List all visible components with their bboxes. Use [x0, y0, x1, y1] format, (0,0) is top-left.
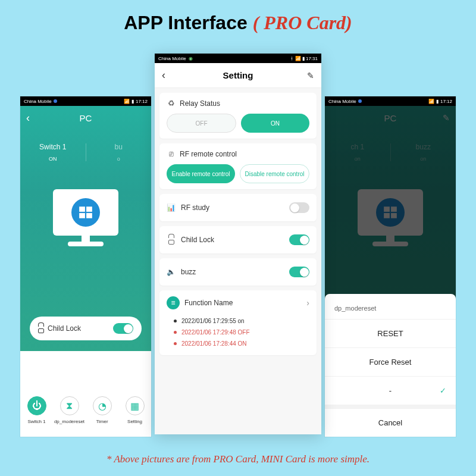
- switch-2-tile[interactable]: bu o: [86, 143, 152, 162]
- log-text: 2022/01/06 17:29:55 on: [181, 318, 245, 324]
- switch-1-label: Switch 1: [20, 143, 86, 151]
- sheet-option-label: -: [389, 386, 392, 395]
- signal-icon: 📶: [428, 99, 434, 104]
- clock-icon: ◔: [93, 396, 112, 415]
- svg-rect-7: [391, 213, 397, 218]
- log-entry: 2022/01/06 17:28:44 ON: [167, 338, 309, 349]
- switch-1-tile[interactable]: Switch 1 ON: [20, 143, 86, 162]
- monitor-illustration: [20, 189, 151, 246]
- svg-rect-2: [79, 213, 85, 218]
- carrier-label: China Mobile: [24, 99, 52, 104]
- chevron-right-icon: ›: [306, 298, 309, 308]
- buzz-toggle[interactable]: [289, 267, 309, 277]
- switch-2-label: bu: [86, 143, 152, 151]
- title-sub: ( PRO Card): [253, 12, 352, 33]
- bottom-label: Setting: [118, 419, 151, 424]
- bottom-label: dp_modereset: [53, 419, 86, 424]
- remote-icon: ⎚: [167, 149, 176, 158]
- sheet-option-reset[interactable]: RESET: [325, 319, 456, 347]
- clock-label: 17:31: [306, 56, 318, 61]
- back-button[interactable]: ‹: [162, 69, 165, 82]
- windows-icon: [376, 198, 405, 227]
- page-title: APP Interface ( PRO Card): [0, 12, 476, 34]
- edit-button[interactable]: ✎: [307, 71, 314, 80]
- function-name-row[interactable]: ≡ Function Name ›: [167, 296, 309, 309]
- windows-icon: [71, 198, 100, 227]
- svg-rect-3: [86, 213, 92, 218]
- svg-rect-1: [86, 206, 92, 212]
- log-text: 2022/01/06 17:28:44 ON: [181, 340, 247, 347]
- log-dot-icon: [174, 331, 177, 334]
- buzz-label: buzz: [181, 268, 289, 276]
- switch-2-value: o: [117, 156, 120, 162]
- battery-icon: ▮: [436, 99, 439, 104]
- bottom-switch1[interactable]: ⏻ Switch 1: [20, 396, 53, 437]
- whatsapp-icon: ◉: [189, 56, 193, 61]
- sheet-option-dash[interactable]: - ✓: [325, 376, 456, 405]
- carrier-label: China Mobile: [158, 56, 186, 61]
- log-entry: 2022/01/06 17:29:48 OFF: [167, 327, 309, 338]
- screen-title: Setting: [223, 70, 253, 80]
- svg-rect-5: [391, 206, 397, 212]
- sheet-option-force-reset[interactable]: Force Reset: [325, 347, 456, 376]
- buzz-row[interactable]: 🔈 buzz: [159, 258, 317, 286]
- battery-icon: ▮: [131, 99, 134, 104]
- battery-icon: ▮: [302, 56, 305, 61]
- statusbar: China Mobile 📶 ▮ 17:12: [20, 96, 151, 106]
- pc-main-panel: ‹ PC Switch 1 ON bu o: [20, 106, 151, 351]
- rf-enable-button[interactable]: Enable remote control: [167, 164, 235, 183]
- back-button[interactable]: ‹: [26, 112, 30, 124]
- child-lock-toggle[interactable]: [289, 234, 309, 245]
- action-sheet: dp_modereset RESET Force Reset - ✓ Cance…: [325, 294, 456, 437]
- function-name-label: Function Name: [184, 299, 233, 307]
- bottom-bar: ⏻ Switch 1 ⧗ dp_modereset ◔ Timer ▦ Sett…: [20, 390, 151, 437]
- sheet-cancel[interactable]: Cancel: [325, 408, 456, 437]
- relay-off-button[interactable]: OFF: [167, 114, 236, 133]
- relay-on-button[interactable]: ON: [241, 114, 309, 133]
- hourglass-icon: ⧗: [60, 396, 79, 415]
- log-dot-icon: [174, 342, 177, 345]
- doc-icon: ≡: [167, 296, 180, 309]
- edit-icon[interactable]: ✎: [443, 113, 450, 123]
- lock-icon: [38, 324, 44, 333]
- log-entry: 2022/01/06 17:29:55 on: [167, 315, 309, 327]
- bottom-modereset[interactable]: ⧗ dp_modereset: [53, 396, 86, 437]
- title-main: APP Interface: [124, 12, 252, 33]
- switch-tile: buzzon: [391, 143, 456, 162]
- child-lock-toggle[interactable]: [113, 323, 133, 334]
- child-lock-label: Child Lock: [48, 324, 113, 333]
- phone-center: China Mobile ◉ ᚼ 📶 ▮ 17:31 ‹ Setting ✎ ♻…: [155, 54, 321, 434]
- clock-label: 17:12: [136, 99, 148, 104]
- relay-card: ♻ Relay Status OFF ON: [159, 93, 317, 139]
- bottom-setting[interactable]: ▦ Setting: [118, 396, 151, 437]
- signal-icon: 📶: [124, 99, 130, 104]
- bottom-label: Switch 1: [20, 419, 53, 424]
- child-lock-label: Child Lock: [181, 236, 289, 244]
- switch-1-value: ON: [49, 156, 57, 162]
- child-lock-row[interactable]: Child Lock: [159, 226, 317, 253]
- rf-study-row[interactable]: 📊 RF study: [159, 194, 317, 221]
- svg-rect-0: [79, 206, 85, 212]
- child-lock-row[interactable]: Child Lock: [30, 317, 142, 340]
- screen-title: PC: [384, 113, 397, 123]
- screen-title: PC: [80, 113, 92, 123]
- log-text: 2022/01/06 17:29:48 OFF: [181, 329, 250, 336]
- settings-header: ‹ Setting ✎: [155, 63, 321, 88]
- switch-tile: ch 1on: [325, 143, 390, 162]
- bottom-timer[interactable]: ◔ Timer: [86, 396, 118, 437]
- lock-icon: [167, 236, 176, 245]
- rf-study-toggle[interactable]: [289, 202, 309, 213]
- power-icon: ⏻: [27, 396, 46, 415]
- svg-rect-4: [384, 206, 390, 212]
- sheet-title: dp_modereset: [325, 300, 456, 319]
- clock-label: 17:12: [440, 99, 452, 104]
- status-dot-icon: [358, 99, 362, 103]
- rf-disable-button[interactable]: Disable remote control: [240, 164, 309, 183]
- footnote: * Above pictures are from PRO Card, MINI…: [0, 453, 476, 465]
- chart-icon: 📊: [167, 203, 176, 212]
- phone-left: China Mobile 📶 ▮ 17:12 ‹ PC Switch 1 ON …: [20, 96, 151, 437]
- bottom-label: Timer: [86, 419, 118, 424]
- signal-icon: 📶: [295, 56, 301, 61]
- rf-label: RF remote control: [180, 150, 237, 158]
- carrier-label: China Mobile: [328, 99, 356, 104]
